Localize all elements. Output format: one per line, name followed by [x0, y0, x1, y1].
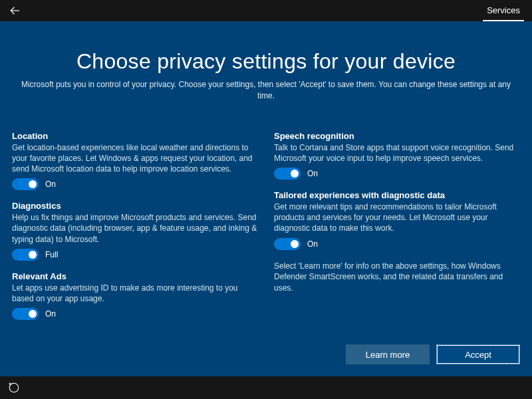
settings-grid: Location Get location-based experiences … — [11, 131, 521, 331]
accept-button[interactable]: Accept — [436, 344, 520, 364]
speech-toggle-label: On — [307, 169, 318, 178]
setting-diagnostics-toggle-row: Full — [12, 249, 258, 261]
location-toggle-label: On — [45, 180, 56, 189]
ease-of-access-icon[interactable] — [8, 382, 20, 394]
setting-location-toggle-row: On — [12, 178, 258, 190]
tab-services[interactable]: Services — [483, 0, 524, 21]
learn-more-button-label: Learn more — [366, 350, 410, 360]
setting-diagnostics-title: Diagnostics — [12, 201, 258, 211]
relevant-ads-toggle[interactable] — [12, 308, 39, 320]
top-bar: Services — [0, 0, 532, 21]
setting-tailored-toggle-row: On — [274, 238, 520, 250]
setting-speech-desc: Talk to Cortana and Store apps that supp… — [274, 142, 520, 164]
back-arrow-icon[interactable] — [9, 5, 21, 17]
setting-diagnostics: Diagnostics Help us fix things and impro… — [12, 201, 258, 261]
right-column: Speech recognition Talk to Cortana and S… — [274, 131, 520, 331]
diagnostics-toggle-label: Full — [45, 250, 58, 259]
diagnostics-toggle[interactable] — [12, 249, 39, 261]
setting-speech-title: Speech recognition — [274, 131, 520, 141]
learn-more-info-text: Select 'Learn more' for info on the abov… — [274, 261, 520, 294]
setting-location-desc: Get location-based experiences like loca… — [12, 142, 258, 175]
footer-buttons: Learn more Accept — [346, 344, 520, 364]
setting-speech: Speech recognition Talk to Cortana and S… — [274, 131, 520, 180]
setting-relevant-ads-title: Relevant Ads — [12, 271, 258, 281]
page-title: Choose privacy settings for your device — [11, 49, 521, 74]
setting-relevant-ads-desc: Let apps use advertising ID to make ads … — [12, 283, 258, 304]
setting-tailored-title: Tailored experiences with diagnostic dat… — [274, 190, 520, 200]
page-subtitle: Microsoft puts you in control of your pr… — [20, 79, 512, 102]
tailored-toggle[interactable] — [274, 238, 301, 250]
setting-diagnostics-desc: Help us fix things and improve Microsoft… — [12, 212, 258, 245]
setting-relevant-ads: Relevant Ads Let apps use advertising ID… — [12, 271, 258, 320]
setting-relevant-ads-toggle-row: On — [12, 308, 258, 320]
learn-more-button[interactable]: Learn more — [346, 344, 430, 364]
relevant-ads-toggle-label: On — [45, 309, 56, 319]
speech-toggle[interactable] — [274, 168, 301, 180]
bottom-bar — [0, 376, 532, 399]
tab-services-label: Services — [487, 5, 520, 15]
tailored-toggle-label: On — [307, 239, 318, 249]
setting-tailored: Tailored experiences with diagnostic dat… — [274, 190, 520, 250]
location-toggle[interactable] — [12, 178, 39, 190]
accept-button-label: Accept — [465, 350, 491, 360]
left-column: Location Get location-based experiences … — [12, 131, 258, 331]
setting-tailored-desc: Get more relevant tips and recommendatio… — [274, 201, 520, 234]
setting-location-title: Location — [12, 131, 258, 141]
setting-location: Location Get location-based experiences … — [12, 131, 258, 191]
setting-speech-toggle-row: On — [274, 168, 520, 180]
main-content: Choose privacy settings for your device … — [0, 21, 532, 331]
